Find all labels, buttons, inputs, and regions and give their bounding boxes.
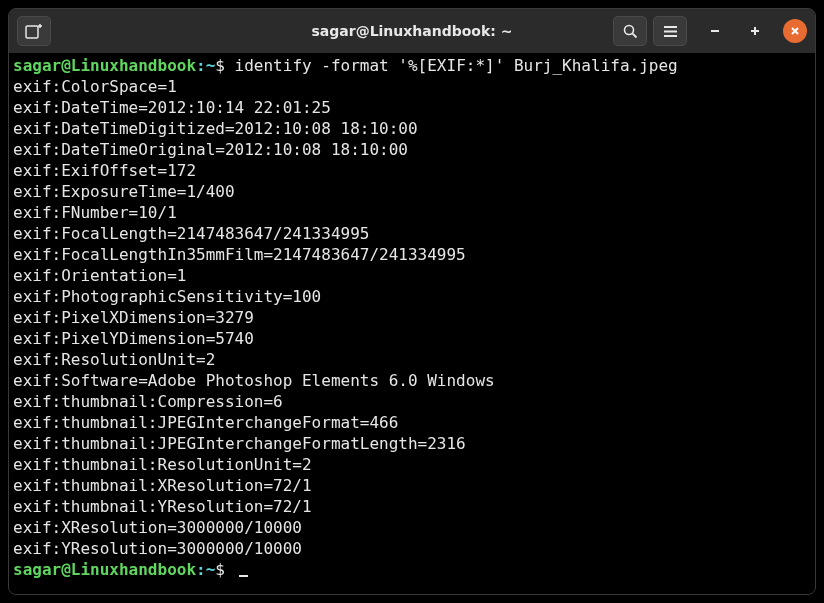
output-line: exif:ExifOffset=172	[13, 160, 811, 181]
window-title: sagar@Linuxhandbook: ~	[9, 23, 815, 39]
prompt-user-host: sagar@Linuxhandbook	[13, 560, 196, 579]
output-line: exif:ResolutionUnit=2	[13, 349, 811, 370]
prompt-dollar: $	[215, 560, 234, 579]
prompt-user-host: sagar@Linuxhandbook	[13, 56, 196, 75]
output-line: exif:ColorSpace=1	[13, 76, 811, 97]
output-line: exif:PixelYDimension=5740	[13, 328, 811, 349]
prompt-path: ~	[206, 56, 216, 75]
output-line: exif:thumbnail:XResolution=72/1	[13, 475, 811, 496]
output-line: exif:thumbnail:YResolution=72/1	[13, 496, 811, 517]
menu-button[interactable]	[653, 16, 687, 46]
prompt-separator: :	[196, 560, 206, 579]
output-line: exif:FocalLengthIn35mmFilm=2147483647/24…	[13, 244, 811, 265]
output-line: exif:XResolution=3000000/10000	[13, 517, 811, 538]
output-line: exif:Orientation=1	[13, 265, 811, 286]
svg-line-4	[632, 33, 636, 37]
svg-rect-0	[26, 26, 38, 38]
minimize-icon	[710, 26, 720, 36]
command-line: sagar@Linuxhandbook:~$ identify -format …	[13, 55, 811, 76]
output-line: exif:thumbnail:Compression=6	[13, 391, 811, 412]
output-line: exif:thumbnail:JPEGInterchangeFormatLeng…	[13, 433, 811, 454]
output-line: exif:ExposureTime=1/400	[13, 181, 811, 202]
prompt-path: ~	[206, 560, 216, 579]
output-line: exif:Software=Adobe Photoshop Elements 6…	[13, 370, 811, 391]
hamburger-icon	[663, 25, 678, 38]
output-line: exif:PhotographicSensitivity=100	[13, 286, 811, 307]
output-line: exif:DateTimeOriginal=2012:10:08 18:10:0…	[13, 139, 811, 160]
new-tab-button[interactable]	[17, 16, 51, 46]
output-line: exif:PixelXDimension=3279	[13, 307, 811, 328]
titlebar: sagar@Linuxhandbook: ~	[9, 9, 815, 53]
search-icon	[623, 24, 638, 39]
prompt-dollar: $	[215, 56, 234, 75]
command-text: identify -format '%[EXIF:*]' Burj_Khalif…	[235, 56, 678, 75]
terminal-output[interactable]: sagar@Linuxhandbook:~$ identify -format …	[9, 53, 815, 594]
minimize-button[interactable]	[703, 19, 727, 43]
svg-point-3	[624, 25, 633, 34]
output-line: exif:DateTimeDigitized=2012:10:08 18:10:…	[13, 118, 811, 139]
output-line: exif:FocalLength=2147483647/241334995	[13, 223, 811, 244]
maximize-button[interactable]	[743, 19, 767, 43]
search-button[interactable]	[613, 16, 647, 46]
prompt-line: sagar@Linuxhandbook:~$	[13, 559, 811, 580]
new-tab-icon	[25, 23, 43, 39]
maximize-icon	[750, 26, 760, 36]
prompt-separator: :	[196, 56, 206, 75]
output-line: exif:FNumber=10/1	[13, 202, 811, 223]
close-button[interactable]	[783, 19, 807, 43]
output-line: exif:thumbnail:JPEGInterchangeFormat=466	[13, 412, 811, 433]
output-line: exif:DateTime=2012:10:14 22:01:25	[13, 97, 811, 118]
cursor	[239, 575, 248, 577]
output-line: exif:YResolution=3000000/10000	[13, 538, 811, 559]
close-icon	[790, 26, 800, 36]
output-line: exif:thumbnail:ResolutionUnit=2	[13, 454, 811, 475]
terminal-window: sagar@Linuxhandbook: ~	[8, 8, 816, 595]
